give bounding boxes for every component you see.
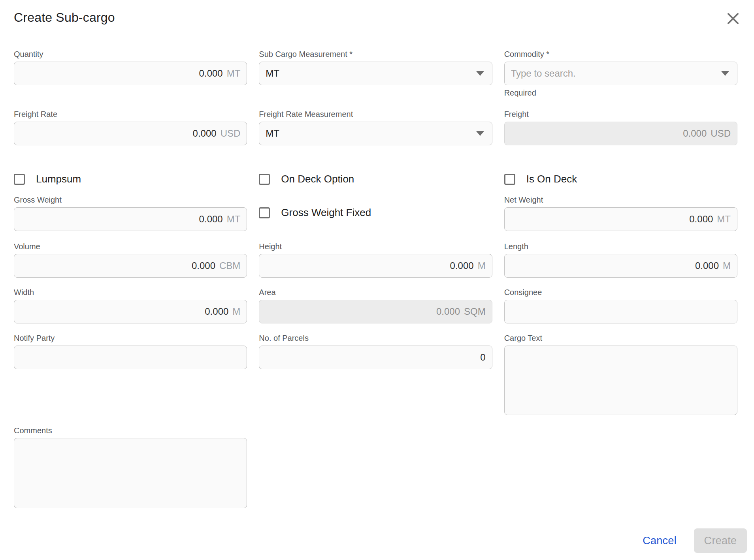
on-deck-option-checkbox-label: On Deck Option [281, 173, 354, 185]
checkbox-row: Lumpsum On Deck Option Is On Deck [14, 173, 737, 185]
commodity-field-group: Commodity * Required [504, 49, 737, 98]
width-unit: M [232, 306, 240, 317]
create-button[interactable]: Create [694, 528, 747, 553]
quantity-value: 0.000 [199, 68, 223, 79]
is-on-deck-checkbox-label: Is On Deck [526, 173, 577, 185]
quantity-field-group: Quantity 0.000 MT [14, 49, 247, 85]
net-weight-label: Net Weight [504, 195, 737, 205]
comments-label: Comments [14, 425, 247, 436]
gross-weight-fixed-cell: Gross Weight Fixed [259, 195, 492, 219]
chevron-down-icon [476, 71, 484, 76]
checkbox-icon [14, 174, 25, 185]
form-row-2: Freight Rate 0.000 USD Freight Rate Meas… [14, 109, 737, 145]
chevron-down-icon [721, 71, 729, 76]
volume-label: Volume [14, 241, 247, 252]
cargo-text-label: Cargo Text [504, 333, 737, 343]
height-value: 0.000 [450, 260, 474, 271]
freight-input-disabled: 0.000 USD [504, 122, 737, 145]
sub-cargo-measurement-select[interactable]: MT [259, 62, 492, 85]
net-weight-field-group: Net Weight 0.000 MT [504, 195, 737, 231]
height-unit: M [478, 260, 486, 271]
gross-weight-fixed-checkbox-label: Gross Weight Fixed [281, 207, 371, 219]
gross-weight-fixed-checkbox[interactable]: Gross Weight Fixed [259, 207, 492, 219]
width-input[interactable]: 0.000 M [14, 300, 247, 323]
no-of-parcels-input[interactable]: 0 [259, 346, 492, 369]
width-field-group: Width 0.000 M [14, 287, 247, 323]
width-value: 0.000 [205, 306, 228, 317]
is-on-deck-checkbox[interactable]: Is On Deck [504, 173, 737, 185]
freight-rate-measurement-field-group: Freight Rate Measurement MT [259, 109, 492, 145]
comments-textarea[interactable] [14, 438, 247, 508]
notify-party-label: Notify Party [14, 333, 247, 343]
freight-rate-value: 0.000 [193, 128, 217, 139]
freight-rate-label: Freight Rate [14, 109, 247, 119]
net-weight-input[interactable]: 0.000 MT [504, 207, 737, 231]
sub-cargo-measurement-value: MT [266, 68, 279, 79]
cargo-text-field-group: Cargo Text [504, 333, 737, 415]
length-field-group: Length 0.000 M [504, 241, 737, 278]
net-weight-unit: MT [717, 214, 731, 225]
freight-rate-input[interactable]: 0.000 USD [14, 122, 247, 145]
area-field-group: Area 0.000 SQM [259, 287, 492, 323]
close-button[interactable] [726, 11, 741, 26]
area-unit: SQM [464, 306, 486, 317]
form-row-comments: Comments [14, 425, 737, 508]
sub-cargo-measurement-label: Sub Cargo Measurement * [259, 49, 492, 59]
gross-weight-input[interactable]: 0.000 MT [14, 207, 247, 231]
height-field-group: Height 0.000 M [259, 241, 492, 278]
freight-rate-measurement-label: Freight Rate Measurement [259, 109, 492, 119]
chevron-down-icon [476, 131, 484, 136]
volume-unit: CBM [219, 260, 240, 271]
freight-rate-measurement-select[interactable]: MT [259, 122, 492, 145]
dialog-right-edge [753, 0, 753, 560]
freight-unit: USD [711, 128, 731, 139]
consignee-label: Consignee [504, 287, 737, 297]
quantity-label: Quantity [14, 49, 247, 59]
height-label: Height [259, 241, 492, 252]
length-value: 0.000 [695, 260, 719, 271]
dialog-title: Create Sub-cargo [14, 9, 737, 25]
quantity-input[interactable]: 0.000 MT [14, 62, 247, 85]
cargo-text-textarea[interactable] [504, 346, 737, 415]
freight-rate-measurement-value: MT [266, 128, 279, 139]
lumpsum-checkbox[interactable]: Lumpsum [14, 173, 247, 185]
freight-rate-field-group: Freight Rate 0.000 USD [14, 109, 247, 145]
commodity-select[interactable] [504, 62, 737, 85]
commodity-label: Commodity * [504, 49, 737, 59]
freight-label: Freight [504, 109, 737, 119]
gross-weight-value: 0.000 [199, 214, 223, 225]
form-row-parties: Notify Party No. of Parcels 0 Cargo Text [14, 333, 737, 415]
form-row-dimensions-1: Volume 0.000 CBM Height 0.000 M Length 0… [14, 241, 737, 278]
height-input[interactable]: 0.000 M [259, 254, 492, 278]
consignee-input-box [504, 300, 737, 323]
commodity-search-input[interactable] [511, 68, 721, 79]
checkbox-icon [259, 207, 270, 218]
form-row-1: Quantity 0.000 MT Sub Cargo Measurement … [14, 49, 737, 98]
checkbox-icon [504, 174, 515, 185]
cancel-button[interactable]: Cancel [643, 535, 677, 547]
freight-rate-unit: USD [221, 128, 241, 139]
lumpsum-checkbox-label: Lumpsum [36, 173, 81, 185]
volume-field-group: Volume 0.000 CBM [14, 241, 247, 278]
notify-party-field-group: Notify Party [14, 333, 247, 369]
form-row-dimensions-2: Width 0.000 M Area 0.000 SQM Consignee [14, 287, 737, 323]
close-icon [726, 12, 740, 25]
freight-value: 0.000 [683, 128, 707, 139]
width-label: Width [14, 287, 247, 297]
consignee-field-group: Consignee [504, 287, 737, 323]
no-of-parcels-field-group: No. of Parcels 0 [259, 333, 492, 369]
consignee-input[interactable] [511, 306, 731, 317]
form-row-weights: Gross Weight 0.000 MT Gross Weight Fixed… [14, 195, 737, 231]
gross-weight-label: Gross Weight [14, 195, 247, 205]
area-value: 0.000 [436, 306, 460, 317]
volume-input[interactable]: 0.000 CBM [14, 254, 247, 278]
checkbox-icon [259, 174, 270, 185]
notify-party-input[interactable] [21, 352, 240, 363]
length-input[interactable]: 0.000 M [504, 254, 737, 278]
comments-field-group: Comments [14, 425, 247, 508]
commodity-required-helper: Required [504, 88, 737, 98]
freight-field-group: Freight 0.000 USD [504, 109, 737, 145]
on-deck-option-checkbox[interactable]: On Deck Option [259, 173, 492, 185]
net-weight-value: 0.000 [689, 214, 713, 225]
area-input-disabled: 0.000 SQM [259, 300, 492, 323]
